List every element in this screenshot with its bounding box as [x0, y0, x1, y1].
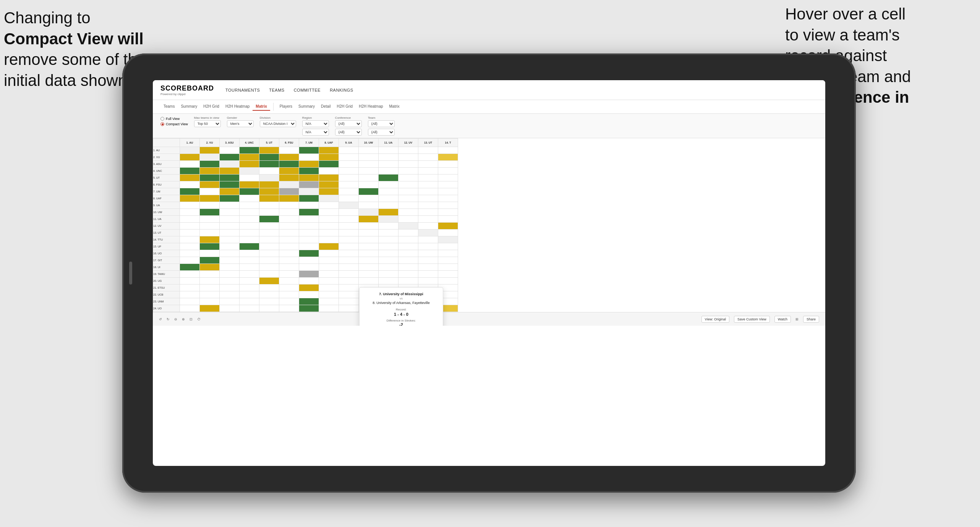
- cell-9-9[interactable]: [339, 202, 359, 209]
- cell-4-12[interactable]: [398, 168, 418, 175]
- cell-15-7[interactable]: [299, 243, 319, 250]
- cell-16-4[interactable]: [240, 250, 259, 257]
- cell-12-8[interactable]: [319, 223, 339, 230]
- cell-24-6[interactable]: [279, 305, 299, 312]
- tab-teams[interactable]: Teams: [160, 103, 178, 111]
- cell-11-13[interactable]: [418, 216, 438, 223]
- cell-22-4[interactable]: [240, 291, 259, 298]
- cell-19-2[interactable]: [200, 271, 220, 278]
- cell-23-8[interactable]: [319, 298, 339, 305]
- cell-8-13[interactable]: [418, 195, 438, 202]
- cell-4-3[interactable]: [220, 168, 240, 175]
- tab-h2h-heatmap-right[interactable]: H2H Heatmap: [356, 103, 386, 111]
- cell-19-6[interactable]: [279, 271, 299, 278]
- cell-21-6[interactable]: [279, 285, 299, 291]
- cell-8-10[interactable]: [359, 195, 379, 202]
- cell-23-6[interactable]: [279, 298, 299, 305]
- cell-12-1[interactable]: [180, 223, 200, 230]
- cell-3-5[interactable]: [259, 161, 279, 168]
- cell-9-8[interactable]: [319, 202, 339, 209]
- cell-9-4[interactable]: [240, 202, 259, 209]
- cell-1-14[interactable]: [438, 147, 458, 154]
- cell-14-12[interactable]: [398, 236, 418, 243]
- cell-16-6[interactable]: [279, 250, 299, 257]
- cell-1-5[interactable]: [259, 147, 279, 154]
- cell-15-6[interactable]: [279, 243, 299, 250]
- cell-2-6[interactable]: [279, 154, 299, 161]
- cell-1-1[interactable]: [180, 147, 200, 154]
- cell-5-14[interactable]: [438, 175, 458, 181]
- cell-12-13[interactable]: [418, 223, 438, 230]
- cell-6-5[interactable]: [259, 181, 279, 188]
- cell-10-7[interactable]: [299, 209, 319, 216]
- cell-20-12[interactable]: [398, 278, 418, 285]
- cell-16-3[interactable]: [220, 250, 240, 257]
- cell-7-3[interactable]: [220, 188, 240, 195]
- cell-20-6[interactable]: [279, 278, 299, 285]
- cell-21-7[interactable]: [299, 285, 319, 291]
- cell-9-10[interactable]: [359, 202, 379, 209]
- cell-11-14[interactable]: [438, 216, 458, 223]
- cell-21-1[interactable]: [180, 285, 200, 291]
- cell-7-4[interactable]: [240, 188, 259, 195]
- cell-14-4[interactable]: [240, 236, 259, 243]
- cell-11-2[interactable]: [200, 216, 220, 223]
- cell-8-2[interactable]: [200, 195, 220, 202]
- cell-14-7[interactable]: [299, 236, 319, 243]
- tab-matrix-right[interactable]: Matrix: [386, 103, 403, 111]
- filter-region-select2[interactable]: N/A: [302, 129, 329, 136]
- cell-5-1[interactable]: [180, 175, 200, 181]
- cell-19-14[interactable]: [438, 271, 458, 278]
- cell-17-11[interactable]: [379, 257, 398, 264]
- cell-12-10[interactable]: [359, 223, 379, 230]
- cell-14-10[interactable]: [359, 236, 379, 243]
- cell-4-7[interactable]: [299, 168, 319, 175]
- cell-24-8[interactable]: [319, 305, 339, 312]
- cell-17-14[interactable]: [438, 257, 458, 264]
- cell-18-9[interactable]: [339, 264, 359, 271]
- cell-10-13[interactable]: [418, 209, 438, 216]
- cell-3-14[interactable]: [438, 161, 458, 168]
- cell-20-7[interactable]: [299, 278, 319, 285]
- cell-8-11[interactable]: [379, 195, 398, 202]
- cell-5-8[interactable]: [319, 175, 339, 181]
- cell-3-2[interactable]: [200, 161, 220, 168]
- tab-h2h-grid-right[interactable]: H2H Grid: [334, 103, 356, 111]
- cell-15-4[interactable]: [240, 243, 259, 250]
- cell-16-8[interactable]: [319, 250, 339, 257]
- cell-23-3[interactable]: [220, 298, 240, 305]
- cell-13-8[interactable]: [319, 230, 339, 236]
- cell-1-2[interactable]: [200, 147, 220, 154]
- filter-max-teams-select[interactable]: Top 50: [194, 120, 221, 127]
- cell-23-7[interactable]: [299, 298, 319, 305]
- cell-7-8[interactable]: [319, 188, 339, 195]
- cell-13-11[interactable]: [379, 230, 398, 236]
- filter-conference-select[interactable]: (All): [335, 120, 362, 127]
- cell-4-10[interactable]: [359, 168, 379, 175]
- tab-players[interactable]: Players: [277, 103, 295, 111]
- cell-3-6[interactable]: [279, 161, 299, 168]
- cell-19-7[interactable]: [299, 271, 319, 278]
- nav-rankings[interactable]: RANKINGS: [330, 86, 353, 94]
- cell-12-5[interactable]: [259, 223, 279, 230]
- cell-4-6[interactable]: [279, 168, 299, 175]
- cell-15-9[interactable]: [339, 243, 359, 250]
- cell-4-14[interactable]: [438, 168, 458, 175]
- cell-7-11[interactable]: [379, 188, 398, 195]
- cell-23-9[interactable]: [339, 298, 359, 305]
- cell-5-3[interactable]: [220, 175, 240, 181]
- cell-22-5[interactable]: [259, 291, 279, 298]
- cell-13-2[interactable]: [200, 230, 220, 236]
- cell-2-2[interactable]: [200, 154, 220, 161]
- cell-7-13[interactable]: [418, 188, 438, 195]
- cell-16-13[interactable]: [418, 250, 438, 257]
- filter-division-select[interactable]: NCAA Division I: [260, 120, 296, 127]
- cell-5-9[interactable]: [339, 175, 359, 181]
- cell-14-11[interactable]: [379, 236, 398, 243]
- cell-17-10[interactable]: [359, 257, 379, 264]
- cell-11-4[interactable]: [240, 216, 259, 223]
- cell-9-7[interactable]: [299, 202, 319, 209]
- view-original-button[interactable]: View: Original: [701, 316, 729, 323]
- cell-17-12[interactable]: [398, 257, 418, 264]
- cell-15-12[interactable]: [398, 243, 418, 250]
